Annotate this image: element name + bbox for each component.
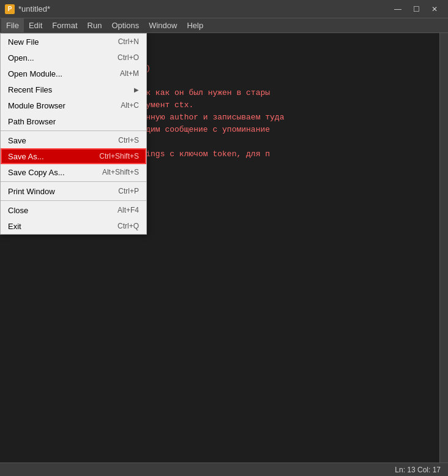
save-as-shortcut: Ctrl+Shift+S: [99, 152, 139, 161]
menu-item-file[interactable]: File: [1, 18, 24, 33]
open-module-label: Open Module...: [8, 69, 62, 78]
file-dropdown-menu: New File Ctrl+N Open... Ctrl+O Open Modu…: [0, 33, 147, 235]
open-module-shortcut: Alt+M: [120, 69, 139, 78]
save-copy-as-label: Save Copy As...: [8, 168, 65, 177]
close-button[interactable]: ✕: [426, 3, 443, 15]
cursor-position: Ln: 13 Col: 17: [395, 466, 441, 474]
menu-close[interactable]: Close Alt+F4: [1, 202, 146, 218]
print-window-label: Print Window: [8, 187, 55, 196]
open-shortcut: Ctrl+O: [118, 53, 139, 62]
menu-item-options[interactable]: Options: [106, 18, 144, 33]
module-browser-label: Module Browser: [8, 101, 65, 110]
save-copy-as-shortcut: Alt+Shift+S: [102, 168, 139, 176]
menu-item-help[interactable]: Help: [182, 18, 208, 33]
exit-label: Exit: [8, 222, 21, 231]
maximize-button[interactable]: ☐: [408, 3, 425, 15]
window-title: *untitled*: [18, 4, 50, 13]
menu-new-file[interactable]: New File Ctrl+N: [1, 34, 146, 50]
path-browser-label: Path Browser: [8, 117, 56, 126]
save-label: Save: [8, 136, 26, 145]
separator-3: [1, 200, 146, 201]
menu-open-module[interactable]: Open Module... Alt+M: [1, 66, 146, 81]
menu-item-run[interactable]: Run: [83, 18, 107, 33]
menu-item-edit[interactable]: Edit: [24, 18, 47, 33]
save-shortcut: Ctrl+S: [118, 136, 139, 145]
new-file-label: New File: [8, 37, 39, 47]
menu-item-window[interactable]: Window: [144, 18, 182, 33]
vertical-scrollbar[interactable]: [439, 33, 448, 463]
status-bar: Ln: 13 Col: 17: [0, 463, 448, 476]
menu-module-browser[interactable]: Module Browser Alt+C: [1, 97, 146, 113]
close-label: Close: [8, 206, 28, 215]
menu-item-format[interactable]: Format: [47, 18, 82, 33]
menu-save-as[interactable]: Save As... Ctrl+Shift+S: [1, 148, 146, 164]
menu-recent-files[interactable]: Recent Files: [1, 81, 146, 97]
save-as-label: Save As...: [8, 152, 44, 161]
recent-files-label: Recent Files: [8, 85, 52, 94]
window-controls: — ☐ ✕: [389, 3, 443, 15]
minimize-button[interactable]: —: [389, 3, 406, 15]
app-icon: P: [5, 4, 15, 14]
menu-save[interactable]: Save Ctrl+S: [1, 132, 146, 148]
module-browser-shortcut: Alt+C: [121, 101, 139, 110]
menu-save-copy-as[interactable]: Save Copy As... Alt+Shift+S: [1, 164, 146, 180]
menu-exit[interactable]: Exit Ctrl+Q: [1, 218, 146, 234]
exit-shortcut: Ctrl+Q: [118, 222, 139, 230]
menu-open[interactable]: Open... Ctrl+O: [1, 50, 146, 66]
separator-2: [1, 181, 146, 182]
close-shortcut: Alt+F4: [118, 206, 139, 214]
open-label: Open...: [8, 53, 34, 62]
separator-1: [1, 130, 146, 131]
new-file-shortcut: Ctrl+N: [118, 37, 139, 46]
print-window-shortcut: Ctrl+P: [118, 187, 139, 195]
menu-bar: File Edit Format Run Options Window Help…: [0, 18, 448, 33]
menu-print-window[interactable]: Print Window Ctrl+P: [1, 183, 146, 199]
menu-path-browser[interactable]: Path Browser: [1, 113, 146, 129]
title-bar-left: P *untitled*: [5, 4, 50, 14]
title-bar: P *untitled* — ☐ ✕: [0, 0, 448, 18]
